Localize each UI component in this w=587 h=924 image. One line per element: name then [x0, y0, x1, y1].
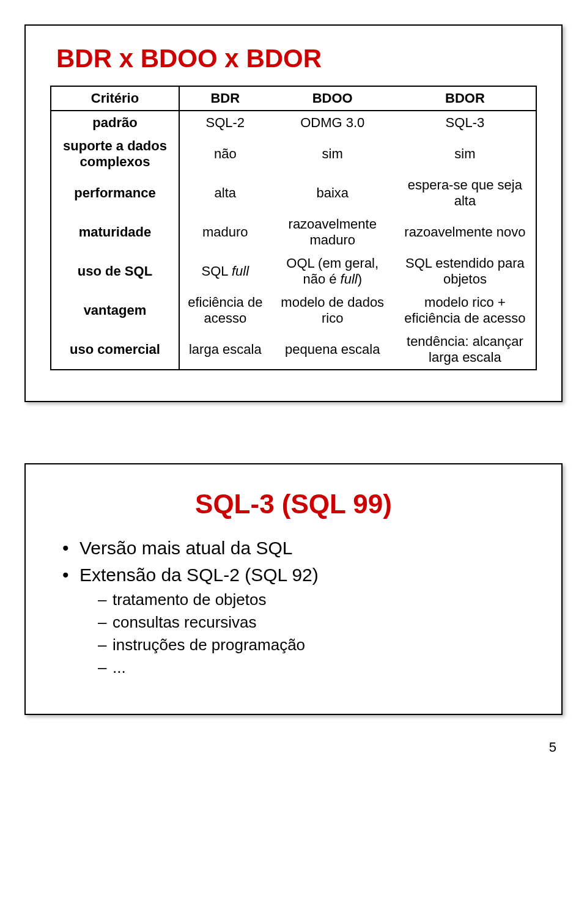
- sub-bullet-item: tratamento de objetos: [98, 590, 537, 609]
- cell: SQL-3: [394, 111, 536, 134]
- cell: não: [179, 134, 271, 174]
- slide-title: SQL-3 (SQL 99): [50, 489, 537, 519]
- text: SQL: [202, 263, 232, 279]
- cell: ODMG 3.0: [271, 111, 394, 134]
- slide-title: BDR x BDOO x BDOR: [56, 44, 537, 73]
- cell: maduro: [179, 213, 271, 252]
- cell: sim: [394, 134, 536, 174]
- table-row: uso de SQL SQL full OQL (em geral, não é…: [51, 252, 536, 291]
- bullet-item: Versão mais atual da SQL: [62, 538, 537, 559]
- italic-text: full: [232, 263, 249, 279]
- row-label: vantagem: [51, 291, 179, 330]
- bullet-item: Extensão da SQL-2 (SQL 92) tratamento de…: [62, 565, 537, 677]
- cell: modelo rico + eficiência de acesso: [394, 291, 536, 330]
- table-row: performance alta baixa espera-se que sej…: [51, 174, 536, 213]
- slide-sql3: SQL-3 (SQL 99) Versão mais atual da SQL …: [24, 463, 563, 715]
- sub-bullet-item: ...: [98, 658, 537, 677]
- slide-bdr-bdoo-bdor: BDR x BDOO x BDOR Critério BDR BDOO BDOR…: [24, 24, 563, 402]
- cell: razoavelmente maduro: [271, 213, 394, 252]
- table-row: maturidade maduro razoavelmente maduro r…: [51, 213, 536, 252]
- bullet-list: Versão mais atual da SQL Extensão da SQL…: [62, 538, 537, 677]
- table-header-row: Critério BDR BDOO BDOR: [51, 87, 536, 111]
- cell: razoavelmente novo: [394, 213, 536, 252]
- cell: alta: [179, 174, 271, 213]
- cell: sim: [271, 134, 394, 174]
- sub-bullet-item: instruções de programação: [98, 636, 537, 654]
- row-label: padrão: [51, 111, 179, 134]
- cell: SQL estendido para objetos: [394, 252, 536, 291]
- row-label: uso de SQL: [51, 252, 179, 291]
- cell: SQL full: [179, 252, 271, 291]
- cell: OQL (em geral, não é full): [271, 252, 394, 291]
- sub-bullet-list: tratamento de objetos consultas recursiv…: [98, 590, 537, 677]
- cell: espera-se que seja alta: [394, 174, 536, 213]
- text: ): [358, 271, 362, 287]
- text: OQL (em geral, não é: [286, 255, 378, 287]
- cell: modelo de dados rico: [271, 291, 394, 330]
- row-label: uso comercial: [51, 330, 179, 369]
- cell: SQL-2: [179, 111, 271, 134]
- cell: baixa: [271, 174, 394, 213]
- page-number: 5: [24, 739, 563, 755]
- bullet-text: Extensão da SQL-2 (SQL 92): [79, 565, 319, 585]
- italic-text: full: [341, 271, 358, 287]
- col-bdoo: BDOO: [271, 87, 394, 111]
- row-label: suporte a dados complexos: [51, 134, 179, 174]
- col-bdr: BDR: [179, 87, 271, 111]
- cell: tendência: alcançar larga escala: [394, 330, 536, 369]
- cell: larga escala: [179, 330, 271, 369]
- cell: eficiência de acesso: [179, 291, 271, 330]
- comparison-table: Critério BDR BDOO BDOR padrão SQL-2 ODMG…: [51, 87, 536, 369]
- row-label: performance: [51, 174, 179, 213]
- col-bdor: BDOR: [394, 87, 536, 111]
- table-row: suporte a dados complexos não sim sim: [51, 134, 536, 174]
- table-row: vantagem eficiência de acesso modelo de …: [51, 291, 536, 330]
- sub-bullet-item: consultas recursivas: [98, 613, 537, 632]
- col-criterio: Critério: [51, 87, 179, 111]
- table-row: uso comercial larga escala pequena escal…: [51, 330, 536, 369]
- cell: pequena escala: [271, 330, 394, 369]
- comparison-table-wrap: Critério BDR BDOO BDOR padrão SQL-2 ODMG…: [50, 86, 537, 370]
- table-row: padrão SQL-2 ODMG 3.0 SQL-3: [51, 111, 536, 134]
- row-label: maturidade: [51, 213, 179, 252]
